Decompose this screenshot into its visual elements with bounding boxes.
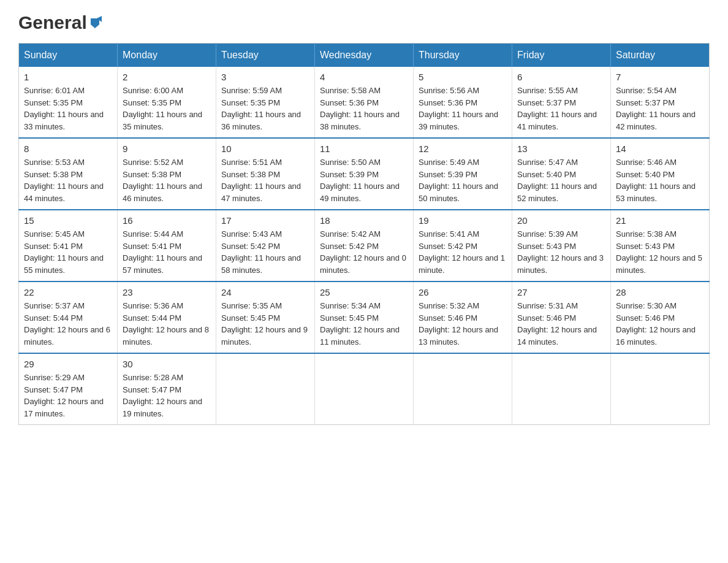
calendar-day-cell: 6 Sunrise: 5:55 AMSunset: 5:37 PMDayligh… xyxy=(512,67,611,138)
day-number: 3 xyxy=(221,72,309,82)
day-info: Sunrise: 5:38 AMSunset: 5:43 PMDaylight:… xyxy=(616,228,704,276)
day-info: Sunrise: 5:37 AMSunset: 5:44 PMDaylight:… xyxy=(24,300,112,348)
day-info: Sunrise: 6:01 AMSunset: 5:35 PMDaylight:… xyxy=(24,85,112,132)
calendar-day-cell xyxy=(611,353,710,425)
day-number: 28 xyxy=(616,287,704,297)
day-number: 24 xyxy=(221,287,309,297)
day-number: 6 xyxy=(517,72,605,82)
calendar-day-cell: 10 Sunrise: 5:51 AMSunset: 5:38 PMDaylig… xyxy=(216,138,315,210)
day-info: Sunrise: 5:58 AMSunset: 5:36 PMDaylight:… xyxy=(320,85,408,132)
calendar-day-cell: 16 Sunrise: 5:44 AMSunset: 5:41 PMDaylig… xyxy=(118,210,216,282)
day-number: 12 xyxy=(419,144,507,154)
day-info: Sunrise: 5:53 AMSunset: 5:38 PMDaylight:… xyxy=(24,156,112,204)
day-info: Sunrise: 5:36 AMSunset: 5:44 PMDaylight:… xyxy=(123,300,211,348)
calendar-day-cell: 15 Sunrise: 5:45 AMSunset: 5:41 PMDaylig… xyxy=(19,210,118,282)
calendar-day-cell: 26 Sunrise: 5:32 AMSunset: 5:46 PMDaylig… xyxy=(414,282,512,353)
day-info: Sunrise: 5:28 AMSunset: 5:47 PMDaylight:… xyxy=(123,372,211,419)
weekday-header: Friday xyxy=(512,44,611,67)
day-number: 30 xyxy=(123,359,211,369)
day-number: 14 xyxy=(616,144,704,154)
calendar-day-cell: 7 Sunrise: 5:54 AMSunset: 5:37 PMDayligh… xyxy=(611,67,710,138)
calendar-day-cell: 20 Sunrise: 5:39 AMSunset: 5:43 PMDaylig… xyxy=(512,210,611,282)
day-number: 11 xyxy=(320,144,408,154)
day-number: 7 xyxy=(616,72,704,82)
day-number: 8 xyxy=(24,144,112,154)
day-info: Sunrise: 5:47 AMSunset: 5:40 PMDaylight:… xyxy=(517,156,605,204)
calendar-table: SundayMondayTuesdayWednesdayThursdayFrid… xyxy=(18,43,710,425)
day-info: Sunrise: 5:52 AMSunset: 5:38 PMDaylight:… xyxy=(123,156,211,204)
day-number: 19 xyxy=(419,215,507,226)
logo: General xyxy=(18,12,102,31)
calendar-week-row: 15 Sunrise: 5:45 AMSunset: 5:41 PMDaylig… xyxy=(19,210,710,282)
calendar-day-cell xyxy=(512,353,611,425)
calendar-week-row: 22 Sunrise: 5:37 AMSunset: 5:44 PMDaylig… xyxy=(19,282,710,353)
calendar-day-cell: 23 Sunrise: 5:36 AMSunset: 5:44 PMDaylig… xyxy=(118,282,216,353)
calendar-week-row: 29 Sunrise: 5:29 AMSunset: 5:47 PMDaylig… xyxy=(19,353,710,425)
calendar-day-cell: 11 Sunrise: 5:50 AMSunset: 5:39 PMDaylig… xyxy=(315,138,414,210)
day-info: Sunrise: 5:31 AMSunset: 5:46 PMDaylight:… xyxy=(517,300,605,348)
day-number: 5 xyxy=(419,72,507,82)
calendar-day-cell: 1 Sunrise: 6:01 AMSunset: 5:35 PMDayligh… xyxy=(19,67,118,138)
calendar-day-cell: 2 Sunrise: 6:00 AMSunset: 5:35 PMDayligh… xyxy=(118,67,216,138)
calendar-day-cell: 18 Sunrise: 5:42 AMSunset: 5:42 PMDaylig… xyxy=(315,210,414,282)
day-number: 16 xyxy=(123,215,211,226)
weekday-header: Monday xyxy=(118,44,216,67)
day-number: 18 xyxy=(320,215,408,226)
day-number: 15 xyxy=(24,215,112,226)
calendar-day-cell: 22 Sunrise: 5:37 AMSunset: 5:44 PMDaylig… xyxy=(19,282,118,353)
day-number: 2 xyxy=(123,72,211,82)
weekday-header: Thursday xyxy=(414,44,512,67)
day-info: Sunrise: 5:29 AMSunset: 5:47 PMDaylight:… xyxy=(24,372,112,419)
day-number: 20 xyxy=(517,215,605,226)
weekday-header: Tuesday xyxy=(216,44,315,67)
calendar-day-cell: 8 Sunrise: 5:53 AMSunset: 5:38 PMDayligh… xyxy=(19,138,118,210)
day-info: Sunrise: 5:56 AMSunset: 5:36 PMDaylight:… xyxy=(419,85,507,132)
calendar-day-cell: 19 Sunrise: 5:41 AMSunset: 5:42 PMDaylig… xyxy=(414,210,512,282)
day-info: Sunrise: 5:35 AMSunset: 5:45 PMDaylight:… xyxy=(221,300,309,348)
calendar-day-cell: 27 Sunrise: 5:31 AMSunset: 5:46 PMDaylig… xyxy=(512,282,611,353)
calendar-day-cell: 17 Sunrise: 5:43 AMSunset: 5:42 PMDaylig… xyxy=(216,210,315,282)
day-info: Sunrise: 5:30 AMSunset: 5:46 PMDaylight:… xyxy=(616,300,704,348)
day-number: 21 xyxy=(616,215,704,226)
calendar-day-cell: 28 Sunrise: 5:30 AMSunset: 5:46 PMDaylig… xyxy=(611,282,710,353)
calendar-day-cell: 12 Sunrise: 5:49 AMSunset: 5:39 PMDaylig… xyxy=(414,138,512,210)
day-number: 13 xyxy=(517,144,605,154)
calendar-day-cell xyxy=(315,353,414,425)
logo-arrow-icon xyxy=(88,16,102,29)
day-info: Sunrise: 5:44 AMSunset: 5:41 PMDaylight:… xyxy=(123,228,211,276)
calendar-day-cell: 4 Sunrise: 5:58 AMSunset: 5:36 PMDayligh… xyxy=(315,67,414,138)
day-number: 25 xyxy=(320,287,408,297)
day-info: Sunrise: 5:51 AMSunset: 5:38 PMDaylight:… xyxy=(221,156,309,204)
svg-marker-0 xyxy=(91,18,99,28)
calendar-day-cell: 21 Sunrise: 5:38 AMSunset: 5:43 PMDaylig… xyxy=(611,210,710,282)
day-number: 9 xyxy=(123,144,211,154)
calendar-day-cell: 25 Sunrise: 5:34 AMSunset: 5:45 PMDaylig… xyxy=(315,282,414,353)
day-number: 22 xyxy=(24,287,112,297)
weekday-header-row: SundayMondayTuesdayWednesdayThursdayFrid… xyxy=(19,44,710,67)
calendar-day-cell xyxy=(414,353,512,425)
day-number: 26 xyxy=(419,287,507,297)
calendar-day-cell: 9 Sunrise: 5:52 AMSunset: 5:38 PMDayligh… xyxy=(118,138,216,210)
day-info: Sunrise: 5:50 AMSunset: 5:39 PMDaylight:… xyxy=(320,156,408,204)
day-info: Sunrise: 6:00 AMSunset: 5:35 PMDaylight:… xyxy=(123,85,211,132)
calendar-day-cell: 24 Sunrise: 5:35 AMSunset: 5:45 PMDaylig… xyxy=(216,282,315,353)
calendar-week-row: 1 Sunrise: 6:01 AMSunset: 5:35 PMDayligh… xyxy=(19,67,710,138)
day-info: Sunrise: 5:39 AMSunset: 5:43 PMDaylight:… xyxy=(517,228,605,276)
page-header: General xyxy=(18,12,710,31)
day-info: Sunrise: 5:46 AMSunset: 5:40 PMDaylight:… xyxy=(616,156,704,204)
calendar-day-cell: 3 Sunrise: 5:59 AMSunset: 5:35 PMDayligh… xyxy=(216,67,315,138)
day-info: Sunrise: 5:34 AMSunset: 5:45 PMDaylight:… xyxy=(320,300,408,348)
day-info: Sunrise: 5:43 AMSunset: 5:42 PMDaylight:… xyxy=(221,228,309,276)
logo-general: General xyxy=(18,12,87,33)
day-info: Sunrise: 5:49 AMSunset: 5:39 PMDaylight:… xyxy=(419,156,507,204)
day-number: 10 xyxy=(221,144,309,154)
calendar-day-cell xyxy=(216,353,315,425)
day-info: Sunrise: 5:59 AMSunset: 5:35 PMDaylight:… xyxy=(221,85,309,132)
day-number: 27 xyxy=(517,287,605,297)
weekday-header: Wednesday xyxy=(315,44,414,67)
day-number: 17 xyxy=(221,215,309,226)
weekday-header: Sunday xyxy=(19,44,118,67)
day-number: 4 xyxy=(320,72,408,82)
calendar-day-cell: 13 Sunrise: 5:47 AMSunset: 5:40 PMDaylig… xyxy=(512,138,611,210)
day-info: Sunrise: 5:42 AMSunset: 5:42 PMDaylight:… xyxy=(320,228,408,276)
